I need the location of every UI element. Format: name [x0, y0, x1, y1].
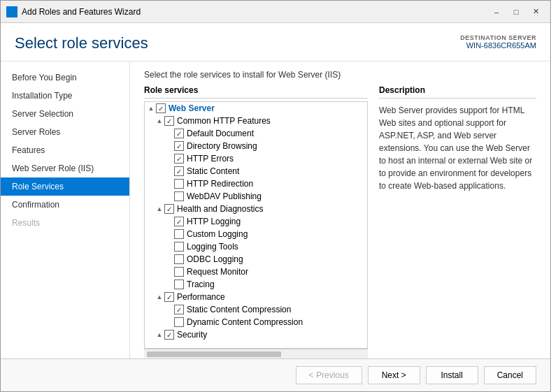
destination-server: DESTINATION SERVER WIN-6836CR655AM	[460, 34, 536, 50]
checkbox-dir-browsing[interactable]	[174, 141, 184, 151]
checkbox-security[interactable]	[164, 330, 174, 340]
title-bar: Add Roles and Features Wizard – □ ✕	[1, 1, 550, 23]
tree-item-web-server[interactable]: ▲ Web Server	[145, 102, 367, 115]
window-controls: – □ ✕	[487, 5, 545, 19]
expand-health-diagnostics[interactable]: ▲	[155, 205, 164, 212]
label-logging-tools: Logging Tools	[187, 242, 238, 252]
sidebar-item-server-roles[interactable]: Server Roles	[1, 123, 129, 141]
label-common-http: Common HTTP Features	[177, 116, 271, 126]
label-static-content: Static Content	[187, 166, 239, 176]
expand-security[interactable]: ▲	[155, 331, 164, 338]
sidebar-item-before-you-begin[interactable]: Before You Begin	[1, 68, 129, 87]
horizontal-scrollbar[interactable]	[144, 349, 368, 358]
checkbox-odbc-logging[interactable]	[174, 254, 184, 264]
sidebar-item-features[interactable]: Features	[1, 141, 129, 159]
sidebar-item-server-selection[interactable]: Server Selection	[1, 105, 129, 123]
checkbox-webdav[interactable]	[174, 191, 184, 201]
tree-item-http-redirection[interactable]: HTTP Redirection	[145, 177, 367, 190]
main-window: Add Roles and Features Wizard – □ ✕ Sele…	[0, 0, 551, 392]
label-request-monitor: Request Monitor	[187, 267, 248, 277]
expand-performance[interactable]: ▲	[155, 293, 164, 300]
checkbox-health-diagnostics[interactable]	[164, 204, 174, 214]
install-button[interactable]: Install	[426, 366, 478, 384]
sidebar-item-web-server-role[interactable]: Web Server Role (IIS)	[1, 159, 129, 177]
role-services-header: Role services	[144, 85, 368, 99]
tree-item-http-logging[interactable]: HTTP Logging	[145, 215, 367, 228]
sidebar-item-confirmation[interactable]: Confirmation	[1, 196, 129, 214]
label-http-redirection: HTTP Redirection	[187, 179, 253, 189]
next-button[interactable]: Next >	[368, 366, 420, 384]
tree-item-default-document[interactable]: Default Document	[145, 127, 367, 140]
panel-description: Select the role services to install for …	[130, 61, 550, 85]
destination-name: WIN-6836CR655AM	[460, 41, 536, 50]
content-area: Select role services DESTINATION SERVER …	[1, 23, 550, 391]
tree-item-odbc-logging[interactable]: ODBC Logging	[145, 253, 367, 266]
sidebar-item-results: Results	[1, 214, 129, 232]
label-webdav: WebDAV Publishing	[187, 191, 262, 201]
tree-item-common-http[interactable]: ▲ Common HTTP Features	[145, 115, 367, 127]
checkbox-default-doc[interactable]	[174, 129, 184, 138]
minimize-button[interactable]: –	[487, 5, 506, 19]
checkbox-http-redirection[interactable]	[174, 179, 184, 189]
tree-item-logging-tools[interactable]: Logging Tools	[145, 240, 367, 253]
checkbox-custom-logging[interactable]	[174, 229, 184, 239]
tree-item-http-errors[interactable]: HTTP Errors	[145, 152, 367, 165]
label-default-doc: Default Document	[187, 129, 254, 138]
description-column: Description Web Server provides support …	[379, 85, 536, 358]
label-web-server: Web Server	[169, 103, 215, 113]
tree-item-dynamic-compression[interactable]: Dynamic Content Compression	[145, 316, 367, 328]
tree-item-health-diagnostics[interactable]: ▲ Health and Diagnostics	[145, 203, 367, 215]
tree-item-webdav[interactable]: WebDAV Publishing	[145, 190, 367, 203]
label-dynamic-compression: Dynamic Content Compression	[187, 317, 303, 327]
tree-item-static-content[interactable]: Static Content	[145, 165, 367, 177]
tree-item-tracing[interactable]: Tracing	[145, 278, 367, 291]
description-header: Description	[379, 85, 536, 99]
description-text: Web Server provides support for HTML Web…	[379, 104, 536, 192]
checkbox-common-http[interactable]	[164, 116, 174, 126]
tree-item-request-monitor[interactable]: Request Monitor	[145, 266, 367, 278]
label-security: Security	[177, 330, 207, 340]
window-title: Add Roles and Features Wizard	[22, 7, 487, 17]
tree-item-directory-browsing[interactable]: Directory Browsing	[145, 140, 367, 152]
label-dir-browsing: Directory Browsing	[187, 141, 257, 151]
tree-item-security[interactable]: ▲ Security	[145, 328, 367, 341]
sidebar: Before You Begin Installation Type Serve…	[1, 61, 130, 358]
checkbox-tracing[interactable]	[174, 280, 184, 289]
checkbox-http-errors[interactable]	[174, 154, 184, 164]
destination-label: DESTINATION SERVER	[460, 34, 536, 41]
tree-scroll[interactable]: ▲ Web Server ▲ Common HTTP Features	[144, 101, 368, 349]
tree-item-performance[interactable]: ▲ Performance	[145, 291, 367, 303]
expand-common-http[interactable]: ▲	[155, 117, 164, 124]
checkbox-dynamic-compression[interactable]	[174, 317, 184, 327]
cancel-button[interactable]: Cancel	[484, 366, 536, 384]
tree-item-custom-logging[interactable]: Custom Logging	[145, 228, 367, 240]
app-icon	[6, 6, 17, 17]
label-performance: Performance	[177, 292, 225, 302]
sidebar-item-installation-type[interactable]: Installation Type	[1, 87, 129, 105]
header-section: Select role services DESTINATION SERVER …	[1, 23, 550, 61]
label-odbc-logging: ODBC Logging	[187, 254, 243, 264]
label-health-diagnostics: Health and Diagnostics	[177, 204, 263, 214]
page-title: Select role services	[15, 34, 148, 52]
checkbox-performance[interactable]	[164, 292, 174, 302]
sidebar-item-role-services[interactable]: Role Services	[1, 177, 129, 196]
maximize-button[interactable]: □	[507, 5, 525, 19]
expand-web-server[interactable]: ▲	[146, 105, 156, 112]
footer: < Previous Next > Install Cancel	[1, 358, 550, 391]
panel-columns: Role services ▲ Web Server ▲	[130, 85, 550, 358]
checkbox-web-server[interactable]	[156, 103, 166, 113]
label-http-logging: HTTP Logging	[187, 217, 241, 226]
close-button[interactable]: ✕	[527, 5, 545, 19]
role-services-column: Role services ▲ Web Server ▲	[144, 85, 368, 358]
label-static-compression: Static Content Compression	[187, 305, 291, 314]
tree-item-static-compression[interactable]: Static Content Compression	[145, 303, 367, 316]
checkbox-logging-tools[interactable]	[174, 242, 184, 252]
checkbox-http-logging[interactable]	[174, 217, 184, 226]
previous-button[interactable]: < Previous	[296, 366, 362, 384]
checkbox-static-compression[interactable]	[174, 305, 184, 314]
checkbox-static-content[interactable]	[174, 166, 184, 176]
label-tracing: Tracing	[187, 280, 215, 289]
checkbox-request-monitor[interactable]	[174, 267, 184, 277]
label-custom-logging: Custom Logging	[187, 229, 248, 239]
main-body: Before You Begin Installation Type Serve…	[1, 61, 550, 358]
